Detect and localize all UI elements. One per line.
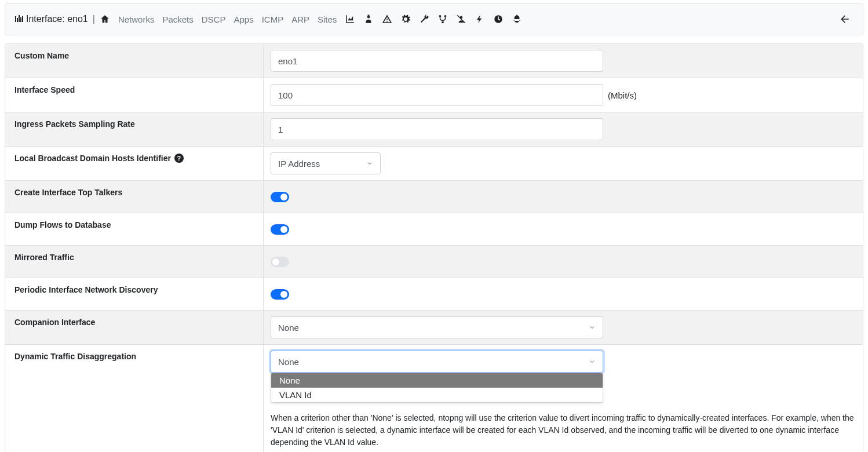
svg-rect-0 [15, 16, 16, 22]
breadcrumb: Interface: eno1 [14, 14, 88, 24]
chart-icon[interactable] [345, 14, 355, 24]
mirrored-toggle[interactable] [271, 257, 289, 267]
top-toolbar: Interface: eno1 | Networks Packets DSCP … [5, 3, 863, 35]
nav-networks[interactable]: Networks [118, 14, 155, 24]
label-companion: Companion Interface [5, 311, 264, 344]
back-arrow-icon[interactable] [837, 11, 854, 27]
row-dynamic-disaggregation: Dynamic Traffic Disaggregation None None… [5, 345, 863, 452]
chevron-down-icon [366, 160, 373, 167]
gear-icon[interactable] [400, 14, 411, 24]
label-mirrored: Mirrored Traffic [5, 246, 264, 278]
label-dynamic-disaggregation: Dynamic Traffic Disaggregation [5, 345, 264, 452]
svg-rect-1 [17, 18, 18, 22]
breadcrumb-name: eno1 [67, 14, 88, 24]
label-periodic: Periodic Interface Network Discovery [5, 278, 264, 310]
svg-point-7 [439, 15, 442, 17]
ingress-rate-input[interactable] [271, 118, 603, 140]
custom-name-input[interactable] [271, 50, 603, 72]
row-custom-name: Custom Name [5, 44, 863, 78]
svg-rect-4 [22, 16, 23, 22]
home-icon[interactable] [100, 14, 110, 24]
svg-point-9 [442, 21, 444, 23]
row-periodic: Periodic Interface Network Discovery [5, 278, 863, 311]
branch-icon[interactable] [437, 14, 448, 24]
nav-packets[interactable]: Packets [162, 14, 193, 24]
dynamic-select-dropdown: None VLAN Id [271, 373, 603, 403]
clock-icon[interactable] [493, 14, 504, 24]
svg-rect-6 [368, 15, 370, 16]
nav-sites[interactable]: Sites [318, 14, 337, 24]
help-icon[interactable]: ? [174, 154, 184, 163]
nav-apps[interactable]: Apps [234, 14, 253, 24]
interface-speed-input[interactable] [271, 84, 603, 106]
top-talkers-toggle[interactable] [271, 192, 289, 202]
row-mirrored: Mirrored Traffic [5, 246, 863, 278]
bell-icon[interactable] [512, 14, 522, 24]
row-dump-flows: Dump Flows to Database [5, 213, 863, 246]
user-doctor-icon[interactable] [363, 14, 374, 24]
label-interface-speed: Interface Speed [5, 78, 264, 112]
svg-rect-2 [19, 15, 20, 22]
row-ingress-rate: Ingress Packets Sampling Rate [5, 112, 863, 147]
label-lbdh: Local Broadcast Domain Hosts Identifier … [5, 147, 264, 180]
warning-icon[interactable] [382, 14, 392, 24]
companion-select[interactable]: None [271, 316, 603, 338]
row-lbdh: Local Broadcast Domain Hosts Identifier … [5, 147, 863, 181]
settings-table: Custom Name Interface Speed (Mbit/s) Ing… [5, 43, 863, 452]
label-top-talkers: Create Interface Top Talkers [5, 181, 264, 213]
dynamic-option-vlanid[interactable]: VLAN Id [271, 388, 603, 402]
label-dump-flows: Dump Flows to Database [5, 213, 264, 245]
periodic-toggle[interactable] [271, 289, 289, 300]
bolt-icon[interactable] [475, 14, 485, 24]
chevron-down-icon [589, 324, 596, 331]
breadcrumb-prefix: Interface: [26, 14, 65, 24]
wrench-icon[interactable] [419, 14, 429, 24]
label-ingress-rate: Ingress Packets Sampling Rate [5, 112, 264, 146]
divider: | [93, 14, 95, 24]
row-companion: Companion Interface None [5, 311, 863, 345]
svg-point-5 [367, 16, 370, 19]
nav-dscp[interactable]: DSCP [202, 14, 226, 24]
interface-icon [14, 14, 25, 24]
lbdh-select[interactable]: IP Address [271, 152, 381, 174]
svg-rect-3 [20, 17, 21, 22]
dynamic-option-none[interactable]: None [271, 373, 603, 388]
row-top-talkers: Create Interface Top Talkers [5, 181, 863, 213]
svg-point-8 [444, 15, 447, 17]
label-custom-name: Custom Name [5, 44, 264, 78]
user-slash-icon[interactable] [456, 14, 466, 24]
dump-flows-toggle[interactable] [271, 224, 289, 235]
interface-speed-unit: (Mbit/s) [608, 90, 637, 100]
row-interface-speed: Interface Speed (Mbit/s) [5, 78, 863, 112]
nav-links: Networks Packets DSCP Apps ICMP ARP Site… [100, 14, 522, 24]
dynamic-select[interactable]: None [271, 351, 603, 373]
chevron-down-icon [589, 358, 596, 365]
nav-arp[interactable]: ARP [291, 14, 309, 24]
dynamic-desc-1: When a criterion other than 'None' is se… [271, 412, 856, 449]
nav-icmp[interactable]: ICMP [262, 14, 284, 24]
